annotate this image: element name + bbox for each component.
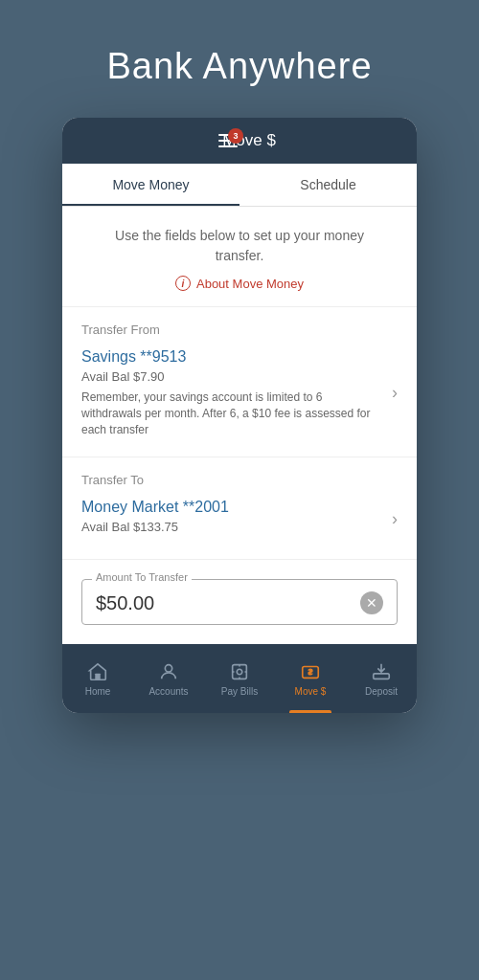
nav-item-home[interactable]: Home xyxy=(62,644,133,713)
tab-schedule[interactable]: Schedule xyxy=(240,164,417,206)
transfer-to-label: Transfer To xyxy=(81,473,398,487)
accounts-icon xyxy=(158,661,179,682)
nav-item-accounts[interactable]: Accounts xyxy=(133,644,204,713)
transfer-to-info: Money Market **2001 Avail Bal $133.75 xyxy=(81,499,382,540)
transfer-to-balance: Avail Bal $133.75 xyxy=(81,520,382,534)
transfer-to-chevron: › xyxy=(392,509,398,529)
svg-point-1 xyxy=(165,665,171,672)
tab-move-money[interactable]: Move Money xyxy=(62,164,240,206)
bottom-nav: Home Accounts Pay Bills Move $ xyxy=(62,644,417,713)
transfer-from-section: Transfer From Savings **9513 Avail Bal $… xyxy=(62,307,417,457)
transfer-from-account-name: Savings **9513 xyxy=(81,348,382,366)
amount-input-row: $50.00 ✕ xyxy=(96,591,383,614)
about-move-money-link[interactable]: i About Move Money xyxy=(91,276,388,291)
amount-value[interactable]: $50.00 xyxy=(96,592,154,614)
amount-field-wrapper: Amount To Transfer $50.00 ✕ xyxy=(81,579,398,625)
transfer-from-info: Savings **9513 Avail Bal $7.90 Remember,… xyxy=(81,348,382,437)
home-icon xyxy=(87,661,108,682)
tab-bar: Move Money Schedule xyxy=(62,164,417,207)
nav-home-label: Home xyxy=(85,686,111,697)
content-area: Use the fields below to set up your mone… xyxy=(62,207,417,644)
transfer-from-label: Transfer From xyxy=(81,323,398,337)
transfer-from-notice: Remember, your savings account is limite… xyxy=(81,390,382,437)
page-bg-title: Bank Anywhere xyxy=(106,46,372,87)
transfer-from-row[interactable]: Savings **9513 Avail Bal $7.90 Remember,… xyxy=(81,345,398,441)
deposit-icon xyxy=(371,661,392,682)
move-dollar-icon xyxy=(300,661,321,682)
notification-badge: 3 xyxy=(228,128,243,144)
app-header: 3 Move $ xyxy=(62,118,417,164)
nav-accounts-label: Accounts xyxy=(148,686,188,697)
pay-bills-icon xyxy=(229,661,250,682)
nav-pay-bills-label: Pay Bills xyxy=(221,686,258,697)
svg-rect-2 xyxy=(233,665,247,679)
nav-deposit-label: Deposit xyxy=(365,686,398,697)
transfer-to-section: Transfer To Money Market **2001 Avail Ba… xyxy=(62,457,417,560)
menu-button[interactable]: 3 xyxy=(218,134,238,147)
nav-item-move-dollar[interactable]: Move $ xyxy=(275,644,346,713)
transfer-to-account-name: Money Market **2001 xyxy=(81,499,382,516)
amount-section: Amount To Transfer $50.00 ✕ xyxy=(62,560,417,644)
info-icon: i xyxy=(175,276,191,291)
svg-point-3 xyxy=(237,669,242,675)
clear-amount-button[interactable]: ✕ xyxy=(360,591,383,614)
about-link-label: About Move Money xyxy=(196,277,304,291)
transfer-to-row[interactable]: Money Market **2001 Avail Bal $133.75 › xyxy=(81,495,398,544)
nav-item-deposit[interactable]: Deposit xyxy=(346,644,417,713)
transfer-from-balance: Avail Bal $7.90 xyxy=(81,369,382,384)
description-text: Use the fields below to set up your mone… xyxy=(91,226,388,266)
phone-mockup: 3 Move $ Move Money Schedule Use the fie… xyxy=(62,118,417,713)
description-section: Use the fields below to set up your mone… xyxy=(62,207,417,307)
nav-item-pay-bills[interactable]: Pay Bills xyxy=(204,644,275,713)
nav-move-dollar-label: Move $ xyxy=(295,686,327,697)
svg-rect-5 xyxy=(374,674,390,679)
transfer-from-chevron: › xyxy=(392,383,398,403)
svg-rect-0 xyxy=(95,674,101,679)
amount-field-label: Amount To Transfer xyxy=(92,571,192,583)
